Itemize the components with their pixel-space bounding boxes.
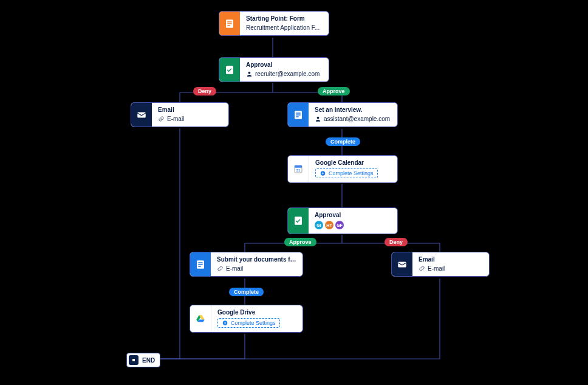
- avatar: GF: [335, 221, 344, 229]
- google-calendar-icon: 31: [288, 156, 309, 182]
- node-title: Google Calendar: [315, 159, 391, 166]
- pill-approve: Approve: [318, 87, 350, 95]
- person-icon: [315, 116, 321, 122]
- task-icon: [190, 252, 211, 276]
- svg-rect-10: [296, 116, 299, 117]
- link-icon: [419, 265, 425, 272]
- node-google-drive[interactable]: Google Drive Complete Settings: [190, 305, 303, 333]
- link-icon: [158, 116, 165, 122]
- svg-rect-3: [227, 25, 230, 26]
- svg-point-11: [317, 117, 320, 119]
- svg-rect-20: [198, 266, 201, 267]
- node-subtitle: E-mail: [419, 265, 483, 272]
- avatar: HT: [325, 221, 333, 229]
- node-title: Approval: [315, 212, 391, 218]
- svg-rect-8: [296, 113, 301, 114]
- complete-settings-button[interactable]: Complete Settings: [315, 168, 391, 178]
- node-approval-2[interactable]: Approval GI HT GF: [287, 207, 398, 234]
- svg-point-5: [248, 72, 251, 74]
- svg-rect-19: [198, 264, 203, 265]
- node-email-deny-2[interactable]: Email E-mail: [391, 252, 490, 277]
- node-title: Approval: [246, 61, 323, 68]
- pill-deny: Deny: [193, 87, 216, 95]
- node-subtitle: Recruitment Application F...: [246, 24, 323, 31]
- node-end[interactable]: END: [126, 353, 160, 367]
- end-label: END: [142, 357, 155, 364]
- approval-icon: [219, 58, 240, 82]
- approver-avatars: GI HT GF: [315, 221, 391, 229]
- pill-deny: Deny: [385, 238, 408, 246]
- node-approval-1[interactable]: Approval recruiter@example.com: [219, 57, 329, 82]
- node-title: Submit your documents for o...: [217, 256, 296, 263]
- svg-rect-21: [398, 262, 406, 267]
- avatar: GI: [315, 221, 323, 229]
- node-title: Email: [158, 106, 222, 113]
- svg-rect-13: [295, 165, 302, 168]
- pill-complete: Complete: [229, 288, 264, 296]
- complete-settings-button[interactable]: Complete Settings: [217, 318, 296, 328]
- node-start-form[interactable]: Starting Point: Form Recruitment Applica…: [219, 11, 329, 36]
- svg-text:31: 31: [296, 168, 301, 172]
- svg-rect-9: [296, 114, 301, 116]
- google-drive-icon: [190, 305, 211, 332]
- svg-rect-6: [137, 112, 146, 117]
- node-subtitle: E-mail: [217, 265, 296, 272]
- node-subtitle: recruiter@example.com: [246, 71, 323, 77]
- node-set-interview[interactable]: Set an interview. assistant@example.com: [287, 102, 398, 127]
- pill-complete: Complete: [326, 137, 360, 146]
- svg-rect-18: [198, 262, 203, 263]
- form-icon: [219, 12, 240, 35]
- svg-rect-2: [227, 23, 232, 24]
- plus-circle-icon: [222, 320, 228, 326]
- task-icon: [288, 103, 309, 127]
- person-icon: [246, 71, 253, 77]
- end-icon: [129, 355, 138, 365]
- svg-rect-23: [132, 359, 135, 361]
- email-icon: [131, 103, 152, 127]
- node-subtitle: assistant@example.com: [315, 116, 391, 122]
- node-submit-documents[interactable]: Submit your documents for o... E-mail: [190, 252, 303, 277]
- node-email-deny-1[interactable]: Email E-mail: [131, 102, 229, 127]
- pill-approve: Approve: [284, 238, 316, 246]
- node-title: Starting Point: Form: [246, 15, 323, 22]
- node-subtitle: E-mail: [158, 116, 222, 122]
- node-title: Set an interview.: [315, 106, 391, 113]
- plus-circle-icon: [320, 170, 326, 176]
- link-icon: [217, 265, 224, 272]
- node-google-calendar[interactable]: 31 Google Calendar Complete Settings: [287, 155, 398, 183]
- approval-icon: [288, 208, 309, 234]
- node-title: Google Drive: [217, 309, 296, 316]
- email-icon: [392, 252, 412, 276]
- workflow-canvas[interactable]: Starting Point: Form Recruitment Applica…: [0, 0, 588, 385]
- node-title: Email: [419, 256, 483, 263]
- svg-rect-1: [227, 21, 232, 23]
